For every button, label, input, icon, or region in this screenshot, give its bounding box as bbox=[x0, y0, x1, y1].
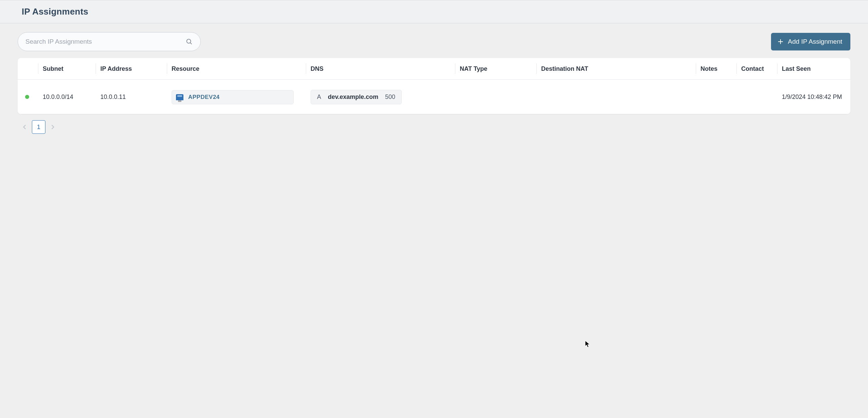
resource-chip[interactable]: APPDEV24 bbox=[172, 90, 294, 104]
col-lastseen[interactable]: Last Seen bbox=[777, 58, 850, 80]
cell-contact bbox=[736, 80, 777, 114]
col-notes[interactable]: Notes bbox=[696, 58, 736, 80]
ip-assignments-table: Subnet IP Address Resource DNS NAT Type … bbox=[18, 58, 850, 114]
cell-notes bbox=[696, 80, 736, 114]
col-nattype[interactable]: NAT Type bbox=[455, 58, 536, 80]
table-header-row: Subnet IP Address Resource DNS NAT Type … bbox=[18, 58, 850, 80]
status-indicator bbox=[25, 95, 29, 99]
cell-subnet: 10.0.0.0/14 bbox=[38, 80, 96, 114]
table-row[interactable]: 10.0.0.0/14 10.0.0.11 APPDEV24 A dev.exa… bbox=[18, 80, 850, 114]
dns-ttl: 500 bbox=[385, 93, 395, 101]
search-box[interactable] bbox=[18, 32, 201, 51]
search-icon bbox=[185, 38, 193, 45]
search-input[interactable] bbox=[25, 38, 181, 45]
cell-lastseen: 1/9/2024 10:48:42 PM bbox=[777, 80, 850, 114]
page-title: IP Assignments bbox=[22, 6, 868, 17]
pagination: 1 bbox=[0, 114, 868, 134]
resource-name: APPDEV24 bbox=[188, 94, 220, 101]
col-resource[interactable]: Resource bbox=[167, 58, 306, 80]
dns-chip[interactable]: A dev.example.com 500 bbox=[311, 90, 402, 104]
toolbar: Add IP Assignment bbox=[0, 23, 868, 58]
pagination-page-current[interactable]: 1 bbox=[32, 120, 45, 134]
col-destnat[interactable]: Destination NAT bbox=[536, 58, 696, 80]
col-status[interactable] bbox=[18, 58, 38, 80]
pagination-prev[interactable] bbox=[20, 121, 29, 133]
svg-line-1 bbox=[190, 43, 192, 44]
svg-point-0 bbox=[187, 39, 191, 43]
cell-ip: 10.0.0.11 bbox=[96, 80, 167, 114]
dns-record-type: A bbox=[317, 93, 321, 101]
chevron-left-icon bbox=[22, 125, 27, 129]
cell-nattype bbox=[455, 80, 536, 114]
add-ip-assignment-button[interactable]: Add IP Assignment bbox=[771, 33, 850, 50]
col-contact[interactable]: Contact bbox=[736, 58, 777, 80]
col-subnet[interactable]: Subnet bbox=[38, 58, 96, 80]
dns-host: dev.example.com bbox=[328, 93, 378, 101]
plus-icon bbox=[778, 39, 783, 44]
add-button-label: Add IP Assignment bbox=[788, 38, 842, 45]
monitor-icon bbox=[176, 94, 183, 100]
page-header: IP Assignments bbox=[0, 0, 868, 23]
chevron-right-icon bbox=[50, 125, 55, 129]
pagination-next[interactable] bbox=[48, 121, 57, 133]
col-ip[interactable]: IP Address bbox=[96, 58, 167, 80]
col-dns[interactable]: DNS bbox=[306, 58, 455, 80]
cell-destnat bbox=[536, 80, 696, 114]
